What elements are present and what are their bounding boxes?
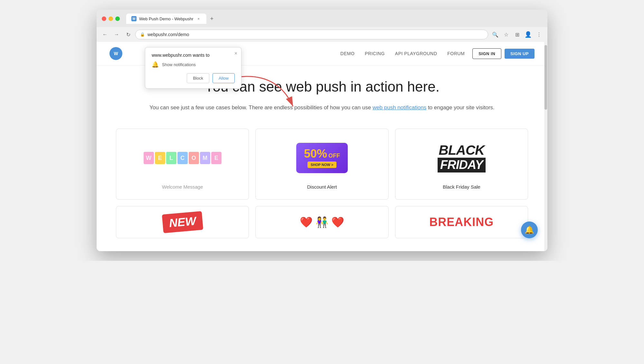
browser-titlebar: W Web Push Demo - Webpushr × + xyxy=(97,10,547,27)
discount-badge: 50% OFF SHOP NOW > xyxy=(296,143,348,173)
discount-image-area: 50% OFF SHOP NOW > xyxy=(262,139,382,178)
discount-card[interactable]: 50% OFF SHOP NOW > Discount Alert xyxy=(255,129,388,200)
traffic-lights xyxy=(102,16,120,21)
breaking-text: BREAKING xyxy=(429,215,494,229)
popup-notification-row: 🔔 Show notifications xyxy=(152,61,235,68)
friday-text: FRIDAY xyxy=(438,158,486,172)
site-logo: W xyxy=(109,47,122,60)
popup-close-button[interactable]: × xyxy=(234,51,237,56)
signin-button[interactable]: SIGN IN xyxy=(472,48,501,59)
tab-close-button[interactable]: × xyxy=(196,16,201,21)
black-friday-image-area: BLACK FRIDAY xyxy=(402,139,521,178)
letter-l: L xyxy=(166,152,176,164)
discount-percent: 50% xyxy=(304,148,327,160)
forward-button[interactable]: → xyxy=(112,30,121,39)
welcome-letters: W E L C O M E xyxy=(144,152,222,164)
letter-w: W xyxy=(144,152,154,164)
menu-button[interactable]: ⋮ xyxy=(535,30,544,39)
breaking-card[interactable]: BREAKING xyxy=(395,206,528,238)
new-badge: NEW xyxy=(162,211,203,233)
hero-subtitle: You can see just a few use cases below. … xyxy=(116,103,528,113)
webpage-wrapper: × www.webpushr.com wants to 🔔 Show notif… xyxy=(97,42,547,251)
refresh-button[interactable]: ↻ xyxy=(124,30,133,39)
maximize-window-button[interactable] xyxy=(115,16,120,21)
valentine-graphic: ❤️ 👫 ❤️ xyxy=(300,216,344,228)
block-button[interactable]: Block xyxy=(187,73,209,83)
hero-subtitle-part2: to engage your site visitors. xyxy=(426,104,495,111)
notification-popup: × www.webpushr.com wants to 🔔 Show notif… xyxy=(145,47,242,89)
nav-demo[interactable]: DEMO xyxy=(340,51,355,56)
address-bar[interactable]: 🔒 webpushr.com/demo xyxy=(135,30,488,39)
tab-manager-button[interactable]: ⊞ xyxy=(513,30,522,39)
letter-e2: E xyxy=(211,152,222,164)
letter-m: M xyxy=(200,152,210,164)
signup-button[interactable]: SIGN UP xyxy=(505,49,535,59)
black-friday-card[interactable]: BLACK FRIDAY Black Friday Sale xyxy=(395,129,528,200)
letter-e: E xyxy=(155,152,165,164)
minimize-window-button[interactable] xyxy=(109,16,113,21)
hero-subtitle-part1: You can see just a few use cases below. … xyxy=(149,104,373,111)
toolbar-actions: 🔍 ☆ ⊞ 👤 ⋮ xyxy=(491,30,544,39)
discount-shop-now: SHOP NOW > xyxy=(308,162,336,168)
profile-button[interactable]: 👤 xyxy=(524,30,533,39)
valentine-card[interactable]: ❤️ 👫 ❤️ xyxy=(255,206,388,238)
browser-tabs: W Web Push Demo - Webpushr × + xyxy=(126,14,216,24)
site-nav-links: DEMO PRICING API PLAYGROUND FORUM xyxy=(340,51,465,56)
discount-label: Discount Alert xyxy=(307,184,337,190)
fab-notification-bell[interactable]: 🔔 xyxy=(521,221,538,238)
bottom-cards-grid: NEW ❤️ 👫 ❤️ BREAKING xyxy=(116,206,528,238)
close-window-button[interactable] xyxy=(102,16,106,21)
browser-toolbar: ← → ↻ 🔒 webpushr.com/demo 🔍 ☆ ⊞ 👤 ⋮ xyxy=(97,27,547,42)
bell-icon: 🔔 xyxy=(152,61,159,68)
new-product-card[interactable]: NEW xyxy=(116,206,249,238)
nav-pricing[interactable]: PRICING xyxy=(365,51,385,56)
new-tab-button[interactable]: + xyxy=(208,14,216,24)
tab-title: Web Push Demo - Webpushr xyxy=(139,16,194,21)
allow-button[interactable]: Allow xyxy=(213,73,235,83)
welcome-label: Welcome Message xyxy=(162,184,203,190)
black-friday-label: Black Friday Sale xyxy=(443,184,480,190)
back-button[interactable]: ← xyxy=(100,30,109,39)
nav-api[interactable]: API PLAYGROUND xyxy=(395,51,437,56)
welcome-image-area: W E L C O M E xyxy=(123,139,242,178)
lock-icon: 🔒 xyxy=(140,32,145,37)
letter-c: C xyxy=(177,152,188,164)
popup-notification-text: Show notifications xyxy=(162,62,196,67)
site-main: You can see web push in action here. You… xyxy=(97,65,547,251)
browser-scrollbar[interactable] xyxy=(544,42,547,251)
search-button[interactable]: 🔍 xyxy=(491,30,500,39)
scrollbar-thumb[interactable] xyxy=(545,45,547,110)
web-push-link[interactable]: web push notifications xyxy=(373,104,426,111)
tab-favicon: W xyxy=(131,16,137,21)
nav-forum[interactable]: FORUM xyxy=(447,51,465,56)
letter-o: O xyxy=(189,152,199,164)
popup-buttons: Block Allow xyxy=(152,73,235,83)
black-friday-graphic: BLACK FRIDAY xyxy=(438,143,486,172)
url-text: webpushr.com/demo xyxy=(147,32,189,37)
webpage: × www.webpushr.com wants to 🔔 Show notif… xyxy=(97,42,547,251)
welcome-card[interactable]: W E L C O M E Welcome Message xyxy=(116,129,249,200)
popup-title: www.webpushr.com wants to xyxy=(152,53,235,58)
discount-off: OFF xyxy=(328,152,340,159)
cards-grid: W E L C O M E Welcome Message xyxy=(116,129,528,200)
browser-controls: W Web Push Demo - Webpushr × + xyxy=(102,14,542,24)
black-text: BLACK xyxy=(438,143,486,157)
active-tab[interactable]: W Web Push Demo - Webpushr × xyxy=(126,14,206,24)
bookmark-button[interactable]: ☆ xyxy=(502,30,511,39)
